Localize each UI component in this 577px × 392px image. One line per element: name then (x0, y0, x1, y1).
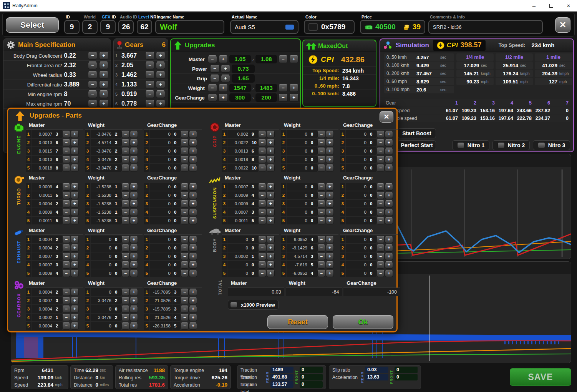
plus-button[interactable]: + (130, 306, 138, 313)
minus-button[interactable]: − (121, 139, 129, 146)
plus-button[interactable]: + (219, 55, 228, 63)
minus-button[interactable]: − (62, 270, 70, 277)
minus-button[interactable]: − (62, 164, 70, 172)
plus-button[interactable]: + (189, 306, 197, 313)
plus-button[interactable]: + (385, 156, 393, 163)
minus-button[interactable]: − (121, 261, 129, 269)
plus-button[interactable]: + (71, 253, 79, 260)
minus-button[interactable]: − (121, 322, 129, 330)
plus-button[interactable]: + (189, 270, 197, 277)
minus-button[interactable]: − (317, 148, 325, 155)
minus-button[interactable]: − (208, 55, 217, 63)
color-swatch[interactable] (308, 23, 318, 31)
plus-button[interactable]: + (130, 253, 138, 260)
world-value[interactable]: 2 (82, 20, 98, 34)
minus-button[interactable]: − (181, 164, 189, 172)
minus-button[interactable]: − (208, 84, 217, 92)
minus-button[interactable]: − (62, 297, 70, 304)
plus-button[interactable]: + (130, 244, 138, 252)
ingame-name-input[interactable]: Wolf (155, 20, 224, 34)
plus-button[interactable]: + (71, 289, 79, 296)
plus-button[interactable]: + (267, 253, 275, 260)
minus-button[interactable]: − (181, 236, 189, 243)
plus-button[interactable]: + (130, 164, 138, 172)
plus-button[interactable]: + (71, 192, 79, 199)
plus-button[interactable]: + (267, 270, 275, 277)
plus-button[interactable]: + (267, 148, 275, 155)
plus-button[interactable]: + (99, 100, 108, 108)
minus-button[interactable]: − (376, 209, 385, 216)
minus-button[interactable]: − (317, 192, 325, 199)
nitro1-button[interactable]: Nitro 1 (452, 140, 489, 150)
minus-button[interactable]: − (258, 200, 266, 208)
plus-button[interactable]: + (156, 71, 165, 79)
plus-button[interactable]: + (326, 156, 334, 163)
minus-button[interactable]: − (121, 289, 129, 296)
plus-button[interactable]: + (71, 270, 79, 277)
minus-button[interactable]: − (317, 236, 325, 243)
minus-button[interactable]: − (376, 261, 385, 269)
plus-button[interactable]: + (71, 200, 79, 208)
plus-button[interactable]: + (326, 200, 334, 208)
plus-button[interactable]: + (189, 314, 197, 321)
color-input[interactable]: 0x5789 (304, 20, 355, 34)
minus-button[interactable]: − (376, 156, 385, 163)
plus-button[interactable]: + (71, 217, 79, 224)
minus-button[interactable]: − (121, 236, 129, 243)
close-button[interactable]: × (560, 0, 577, 12)
x1000-preview-button[interactable]: x1000 Preview (228, 300, 279, 310)
plus-button[interactable]: + (267, 192, 275, 199)
plus-button[interactable]: + (189, 131, 197, 138)
plus-button[interactable]: + (385, 192, 393, 199)
minus-button[interactable]: − (181, 148, 189, 155)
plus-button[interactable]: + (71, 156, 79, 163)
minus-button[interactable]: − (258, 244, 266, 252)
minimize-button[interactable]: – (526, 0, 542, 12)
minus-button[interactable]: − (258, 148, 266, 155)
minus-button[interactable]: − (258, 183, 266, 191)
audio-id-value[interactable]: 26 (118, 20, 134, 34)
minus-button[interactable]: − (181, 156, 189, 163)
minus-button[interactable]: − (145, 81, 154, 88)
plus-button[interactable]: + (189, 236, 197, 243)
minus-button[interactable]: − (88, 71, 97, 79)
plus-button[interactable]: + (219, 94, 228, 101)
minus-button[interactable]: − (258, 209, 266, 216)
minus-button[interactable]: − (317, 244, 325, 252)
select-button[interactable]: Select (6, 17, 59, 33)
minus-button[interactable]: − (181, 289, 189, 296)
plus-button[interactable]: + (289, 84, 298, 92)
minus-button[interactable]: − (145, 90, 154, 98)
minus-button[interactable]: − (121, 253, 129, 260)
plus-button[interactable]: + (326, 192, 334, 199)
plus-button[interactable]: + (99, 61, 108, 69)
minus-button[interactable]: − (181, 139, 189, 146)
minus-button[interactable]: − (181, 306, 189, 313)
minus-button[interactable]: − (145, 100, 154, 108)
plus-button[interactable]: + (326, 209, 334, 216)
minus-button[interactable]: − (181, 297, 189, 304)
minus-button[interactable]: − (376, 164, 385, 172)
minus-button[interactable]: − (376, 192, 385, 199)
minus-button[interactable]: − (62, 139, 70, 146)
minus-button[interactable]: − (88, 61, 97, 69)
plus-button[interactable]: + (189, 164, 197, 172)
minus-button[interactable]: − (181, 244, 189, 252)
minus-button[interactable]: − (145, 61, 154, 69)
minus-button[interactable]: − (181, 192, 189, 199)
plus-button[interactable]: + (156, 52, 165, 60)
minus-button[interactable]: − (88, 52, 97, 60)
plus-button[interactable]: + (130, 297, 138, 304)
plus-button[interactable]: + (71, 183, 79, 191)
minus-button[interactable]: − (121, 297, 129, 304)
plus-button[interactable]: + (99, 52, 108, 60)
minus-button[interactable]: − (62, 131, 70, 138)
plus-button[interactable]: + (221, 65, 230, 73)
plus-button[interactable]: + (189, 244, 197, 252)
plus-button[interactable]: + (267, 131, 275, 138)
plus-button[interactable]: + (130, 156, 138, 163)
plus-button[interactable]: + (71, 148, 79, 155)
plus-button[interactable]: + (385, 270, 393, 277)
plus-button[interactable]: + (267, 200, 275, 208)
minus-button[interactable]: − (258, 139, 266, 146)
